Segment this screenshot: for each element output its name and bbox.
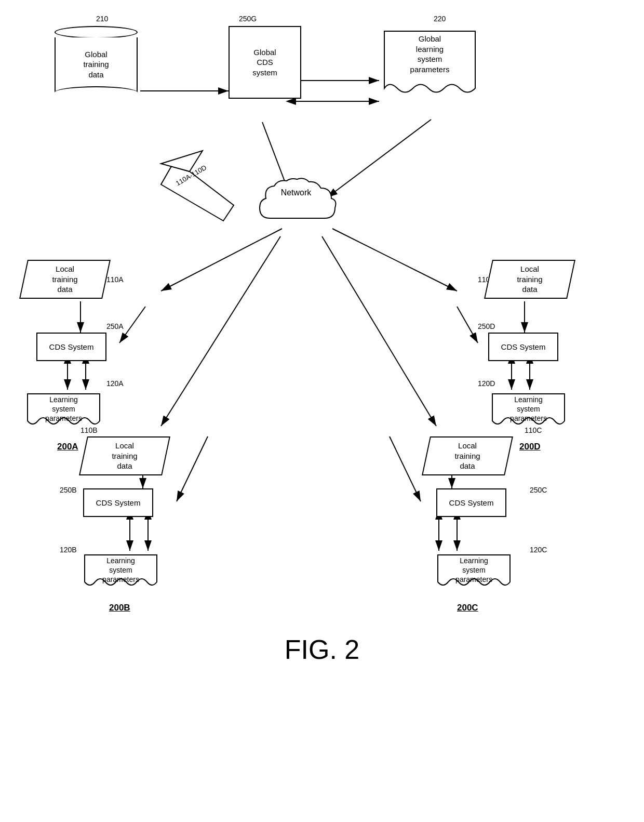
learning-params-200D: Learningsystemparameters — [488, 390, 569, 431]
svg-line-32 — [457, 307, 478, 343]
svg-line-14 — [322, 236, 436, 426]
cds-200A: CDS System — [36, 333, 106, 361]
label-120B: 120B — [60, 546, 77, 554]
svg-line-13 — [161, 236, 280, 426]
label-250C: 250C — [530, 486, 547, 494]
label-200A: 200A — [57, 442, 78, 452]
cds-200B: CDS System — [83, 488, 153, 517]
diagram: 210 Globaltrainingdata 250G GlobalCDSsys… — [0, 0, 644, 800]
label-250G: 250G — [239, 15, 257, 23]
label-200D: 200D — [519, 442, 541, 452]
global-cds-system: GlobalCDSsystem — [229, 26, 301, 99]
label-210: 210 — [96, 15, 108, 23]
learning-params-200A: Learningsystemparameters — [23, 390, 104, 431]
local-training-200A: Localtrainingdata — [23, 260, 106, 299]
label-110B: 110B — [81, 426, 98, 434]
learning-params-200B: Learningsystemparameters — [81, 551, 161, 592]
label-200B: 200B — [109, 603, 130, 613]
label-120A: 120A — [106, 379, 124, 388]
label-110C: 110C — [525, 426, 542, 434]
global-training-data: Globaltrainingdata — [55, 26, 138, 99]
cds-200C: CDS System — [436, 488, 506, 517]
label-120D: 120D — [478, 379, 495, 388]
label-110A: 110A — [106, 275, 124, 284]
label-250A: 250A — [106, 322, 124, 330]
global-learning-params: Globallearningsystemparameters — [379, 26, 480, 101]
label-250D: 250D — [478, 322, 495, 330]
svg-line-12 — [161, 229, 282, 291]
label-110A-110D: 110A-110D — [175, 164, 208, 188]
local-training-200B: Localtrainingdata — [83, 436, 166, 475]
network-cloud: Network — [254, 177, 338, 236]
cds-200D: CDS System — [488, 333, 558, 361]
label-220: 220 — [434, 15, 446, 23]
local-training-200C: Localtrainingdata — [426, 436, 509, 475]
figure-label: FIG. 2 — [223, 634, 421, 665]
label-120C: 120C — [530, 546, 547, 554]
svg-line-24 — [177, 436, 208, 501]
label-250B: 250B — [60, 486, 77, 494]
svg-line-15 — [332, 229, 457, 291]
svg-line-28 — [390, 436, 421, 501]
svg-line-16 — [327, 120, 431, 197]
local-training-200D: Localtrainingdata — [488, 260, 571, 299]
learning-params-200C: Learningsystemparameters — [434, 551, 514, 592]
label-200C: 200C — [457, 603, 478, 613]
